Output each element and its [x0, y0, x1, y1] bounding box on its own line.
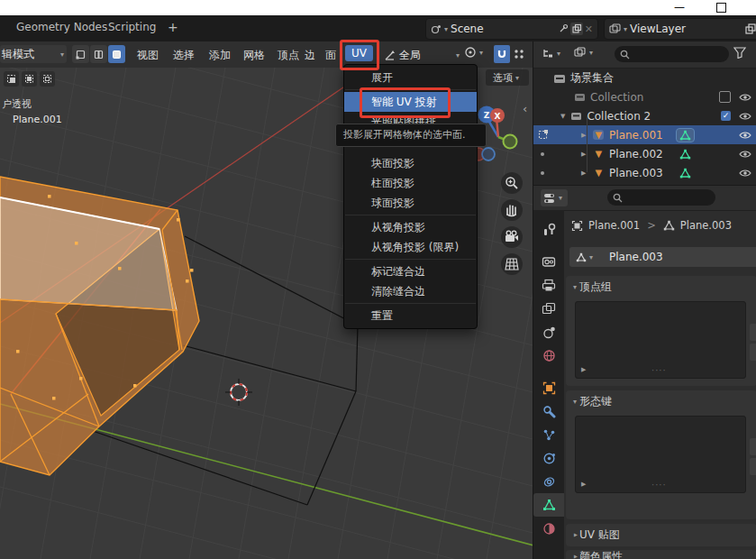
tab-particles[interactable] [533, 423, 564, 446]
snap-settings-button[interactable] [513, 48, 525, 60]
zoom-button[interactable] [501, 172, 523, 194]
eye-icon[interactable] [739, 169, 751, 178]
outliner-row-scene-collection[interactable]: 场景集合 [533, 69, 756, 87]
copy-icon[interactable] [570, 23, 583, 35]
copy-icon[interactable] [744, 23, 756, 35]
exclude-checkbox[interactable] [719, 91, 731, 103]
menu-vertex[interactable]: 顶点 [278, 48, 299, 63]
remove-shape-key-button[interactable] [750, 458, 756, 475]
tab-render[interactable] [533, 250, 564, 273]
resize-grip[interactable]: ···· [651, 365, 667, 375]
menu-item-mark-seam[interactable]: 标记缝合边 [344, 261, 477, 281]
select-extend-button[interactable] [22, 71, 37, 87]
options-dropdown[interactable]: 选项▾ [486, 69, 529, 86]
outliner-filter-type-dropdown[interactable]: ▾ [574, 47, 596, 59]
expand-triangle-icon[interactable]: ▶ [581, 151, 586, 158]
expand-triangle-icon[interactable]: ▶ [581, 132, 586, 139]
sidebar-collapse-arrow[interactable]: ‹ [523, 102, 527, 115]
viewlayer-selector[interactable]: ▾ ViewLayer [604, 18, 756, 40]
face-select-mode-button[interactable] [108, 45, 125, 63]
pan-button[interactable] [501, 199, 523, 221]
tab-tool[interactable] [533, 217, 564, 241]
select-set-button[interactable] [4, 71, 19, 87]
expand-triangle-icon[interactable]: ▶ [581, 170, 586, 177]
tab-constraints[interactable] [533, 470, 564, 493]
transform-orientation-dropdown[interactable]: 全局 ▾ [383, 46, 462, 64]
outliner-row-plane-002[interactable]: ▶ ▼ Plane.002 [533, 144, 756, 163]
window-minimize-button[interactable]: — [674, 0, 685, 15]
color-attributes-panel-header[interactable]: ▾ 颜色属性 [566, 550, 756, 559]
gizmo-y-axis[interactable] [504, 135, 517, 149]
eye-icon[interactable] [739, 93, 751, 102]
menu-view[interactable]: 视图 [137, 48, 159, 63]
ortho-toggle-button[interactable] [501, 253, 523, 275]
display-mode-dropdown[interactable]: ▾ [542, 47, 563, 60]
tab-object[interactable] [533, 376, 564, 399]
outliner-row-collection[interactable]: Collection [533, 87, 756, 106]
gizmo-neg-z-axis[interactable] [482, 148, 495, 160]
menu-add[interactable]: 添加 [209, 48, 231, 63]
exclude-checkbox[interactable]: ✓ [721, 111, 731, 121]
eye-icon[interactable] [739, 150, 751, 159]
expand-triangle-icon[interactable]: ▶ [581, 366, 586, 373]
workspace-tab-geometry-nodes[interactable]: Geometry Nodes [16, 21, 107, 33]
add-shape-key-button[interactable] [750, 438, 756, 455]
outliner-row-collection-2[interactable]: ▼ Collection 2 ✓ [533, 106, 756, 125]
tab-material[interactable] [533, 517, 564, 540]
add-vertex-group-button[interactable] [750, 324, 756, 341]
filter-icon[interactable] [733, 47, 746, 59]
mesh-data-icon[interactable] [679, 149, 691, 160]
uv-maps-panel-header[interactable]: ▾ UV 贴图 [566, 524, 756, 546]
vertex-groups-panel-header[interactable]: ▾ 顶点组 [566, 276, 756, 298]
vertex-select-mode-button[interactable] [72, 45, 89, 63]
menu-mesh[interactable]: 网格 [243, 48, 265, 63]
menu-item-reset[interactable]: 重置 [344, 306, 477, 325]
eye-icon[interactable] [739, 131, 751, 140]
tab-physics[interactable] [533, 446, 564, 470]
vertex-groups-list[interactable]: ▶ ···· [575, 301, 746, 379]
close-icon[interactable]: ✕ [585, 23, 593, 35]
menu-uv[interactable]: UV [345, 45, 373, 61]
resize-grip[interactable]: ···· [651, 480, 667, 490]
breadcrumb-object[interactable]: Plane.001 [588, 219, 640, 232]
shape-keys-list[interactable]: ▶ ···· [575, 416, 746, 493]
menu-item-project-from-view-bounds[interactable]: 从视角投影 (限界) [344, 237, 477, 257]
menu-select[interactable]: 选择 [173, 48, 195, 63]
edge-select-mode-button[interactable] [90, 45, 107, 63]
expand-triangle-icon[interactable]: ▶ [581, 481, 586, 488]
tab-object-data[interactable] [533, 493, 564, 517]
window-maximize-button[interactable] [716, 3, 726, 13]
tab-scene[interactable] [533, 320, 564, 344]
select-subtract-button[interactable] [40, 71, 55, 87]
menu-item-project-from-view[interactable]: 从视角投影 [344, 217, 477, 237]
menu-item-cube-projection[interactable]: 块面投影 [344, 153, 477, 173]
mesh-id-dropdown[interactable]: ▾ [569, 247, 603, 267]
tab-view-layer[interactable] [533, 297, 564, 320]
outliner-search-input[interactable] [615, 46, 729, 62]
menu-face[interactable]: 面 [325, 48, 336, 63]
proportional-edit-dropdown[interactable]: ▾ [464, 46, 486, 59]
editor-type-dropdown[interactable]: ▾ [541, 189, 568, 206]
remove-vertex-group-button[interactable] [750, 344, 756, 361]
add-workspace-button[interactable]: + [168, 20, 178, 34]
menu-item-sphere-projection[interactable]: 球面投影 [344, 193, 477, 213]
menu-item-smart-uv-project[interactable]: 智能 UV 投射 [344, 92, 477, 112]
scene-selector[interactable]: ▾ Scene ✕ [425, 18, 598, 40]
tab-world[interactable] [533, 344, 564, 367]
breadcrumb-data[interactable]: Plane.003 [680, 219, 732, 232]
menu-item-cylinder-projection[interactable]: 柱面投影 [344, 173, 477, 193]
mode-dropdown[interactable]: 辑模式 ▾ [0, 45, 67, 63]
menu-item-clear-seam[interactable]: 清除缝合边 [344, 281, 477, 301]
menu-item-unwrap[interactable]: 展开 [344, 68, 477, 87]
datablock-name-field[interactable]: Plane.003 [602, 247, 756, 267]
tab-modifiers[interactable] [533, 399, 564, 423]
properties-search-input[interactable] [607, 189, 715, 206]
outliner-row-plane-001[interactable]: ▶ ▼ Plane.001 [533, 125, 756, 144]
mesh-data-icon[interactable] [676, 128, 695, 142]
mesh-data-icon[interactable] [679, 168, 691, 179]
workspace-tab-scripting[interactable]: Scripting [108, 21, 156, 33]
eye-icon[interactable] [739, 112, 751, 121]
snap-toggle-button[interactable] [494, 45, 510, 63]
shape-keys-panel-header[interactable]: ▾ 形态键 [566, 390, 756, 412]
outliner-row-plane-003[interactable]: ▶ ▼ Plane.003 [533, 163, 756, 182]
